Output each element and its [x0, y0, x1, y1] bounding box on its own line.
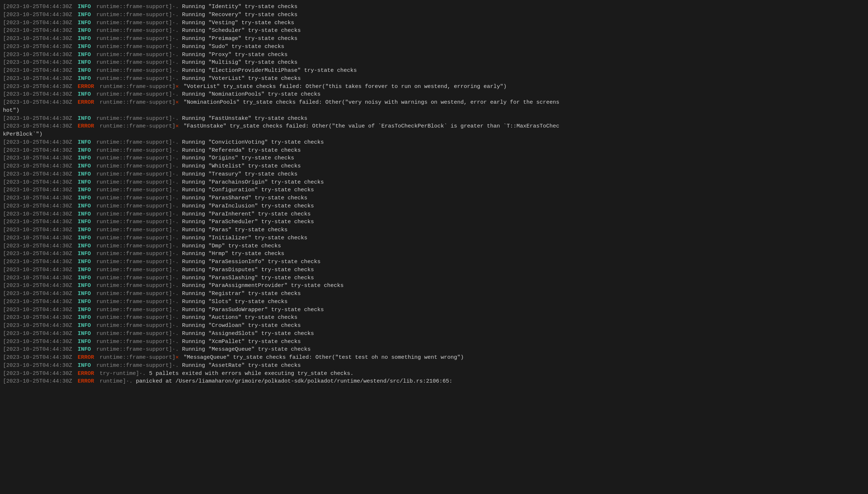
log-message: ·. Running "ParasShared" try-state check…: [172, 194, 865, 202]
log-dot: ·.: [172, 322, 182, 329]
log-line: [2023-10-25T04:44:30Z INFO runtime::fram…: [0, 154, 868, 162]
log-source: runtime::frame-support]: [96, 346, 172, 354]
log-dot: ·.: [172, 163, 182, 169]
log-source: runtime::frame-support]: [96, 330, 172, 338]
log-dot: ·.: [172, 44, 182, 50]
log-source: runtime::frame-support]: [96, 226, 172, 234]
log-timestamp: [2023-10-25T04:44:30Z: [3, 274, 72, 282]
log-dot: ·.: [172, 20, 182, 26]
log-line: [2023-10-25T04:44:30Z INFO runtime::fram…: [0, 242, 868, 250]
log-dot: ·.: [172, 243, 182, 249]
log-message: ·. Running "FastUnstake" try-state check…: [172, 115, 865, 123]
log-line: [2023-10-25T04:44:30Z INFO runtime::fram…: [0, 91, 868, 99]
log-dot: ·.: [172, 346, 182, 353]
log-message: ·. Running "ParasDisputes" try-state che…: [172, 266, 865, 274]
log-level: INFO: [74, 218, 94, 226]
log-timestamp: [2023-10-25T04:44:30Z: [3, 266, 72, 274]
log-line: [2023-10-25T04:44:30Z INFO runtime::fram…: [0, 282, 868, 290]
log-level: ERROR: [74, 377, 97, 386]
log-source: runtime::frame-support]: [96, 139, 172, 147]
log-timestamp: [2023-10-25T04:44:30Z: [3, 11, 72, 19]
log-level: INFO: [74, 35, 94, 43]
error-icon: ✕: [175, 354, 182, 361]
log-line: [2023-10-25T04:44:30Z INFO runtime::fram…: [0, 27, 868, 35]
log-line: [2023-10-25T04:44:30Z INFO runtime::fram…: [0, 362, 868, 370]
log-dot: ·.: [172, 211, 182, 217]
log-line: [2023-10-25T04:44:30Z INFO runtime::fram…: [0, 298, 868, 306]
log-line: [2023-10-25T04:44:30Z INFO runtime::fram…: [0, 139, 868, 147]
log-dot: ·.: [172, 179, 182, 185]
log-timestamp: [2023-10-25T04:44:30Z: [3, 362, 72, 370]
log-message: ·. Running "ParaInclusion" try-state che…: [172, 202, 865, 210]
log-dot: ·.: [172, 219, 182, 225]
log-line: [2023-10-25T04:44:30Z INFO runtime::fram…: [0, 202, 868, 210]
log-timestamp: [2023-10-25T04:44:30Z: [3, 258, 72, 266]
log-timestamp: [2023-10-25T04:44:30Z: [3, 370, 72, 378]
log-dot: ·.: [172, 339, 182, 345]
log-level: ERROR: [74, 122, 97, 130]
log-message: ·. Running "AssignedSlots" try-state che…: [172, 330, 865, 338]
log-level: INFO: [74, 266, 94, 274]
log-level: INFO: [74, 314, 94, 322]
log-source: runtime::frame-support]: [96, 242, 172, 250]
log-message: ·. Running "Paras" try-state checks: [172, 226, 865, 234]
log-dot: ·.: [172, 155, 182, 161]
log-message: ·. Running "ParasSlashing" try-state che…: [172, 274, 865, 282]
log-line: [2023-10-25T04:44:30Z INFO runtime::fram…: [0, 338, 868, 346]
log-line: [2023-10-25T04:44:30Z INFO runtime::fram…: [0, 290, 868, 298]
log-message: ✕ "NominationPools" try_state checks fai…: [175, 99, 865, 107]
log-timestamp: [2023-10-25T04:44:30Z: [3, 210, 72, 218]
log-dot: ·.: [172, 299, 182, 305]
log-line: [2023-10-25T04:44:30Z INFO runtime::fram…: [0, 274, 868, 282]
log-timestamp: [2023-10-25T04:44:30Z: [3, 178, 72, 187]
log-message: ·. Running "ParasSudoWrapper" try-state …: [172, 306, 865, 314]
log-message: ·. Running "Preimage" try-state checks: [172, 35, 865, 43]
log-level: INFO: [74, 194, 94, 202]
log-source: runtime::frame-support]: [96, 218, 172, 226]
log-line: [2023-10-25T04:44:30Z INFO runtime::fram…: [0, 218, 868, 226]
log-source: runtime]: [100, 377, 126, 386]
log-timestamp: [2023-10-25T04:44:30Z: [3, 170, 72, 178]
log-dot: ·.: [172, 331, 182, 337]
log-message: ·. Running "Hrmp" try-state checks: [172, 250, 865, 258]
log-source: runtime::frame-support]: [96, 27, 172, 35]
log-message: ·. Running "Referenda" try-state checks: [172, 147, 865, 155]
log-line: [2023-10-25T04:44:30Z INFO runtime::fram…: [0, 322, 868, 330]
log-message: ·. Running "XcmPallet" try-state checks: [172, 338, 865, 346]
log-timestamp: [2023-10-25T04:44:30Z: [3, 354, 72, 362]
log-source: runtime::frame-support]: [96, 202, 172, 210]
error-icon: ✕: [175, 84, 182, 90]
log-message: ·. Running "Identity" try-state checks: [172, 3, 865, 11]
log-message: ·. Running "Sudo" try-state checks: [172, 43, 865, 51]
log-message: ·. Running "NominationPools" try-state c…: [172, 91, 865, 99]
log-timestamp: [2023-10-25T04:44:30Z: [3, 122, 72, 130]
log-message: ·. Running "ParachainsOrigin" try-state …: [172, 178, 865, 187]
log-source: runtime::frame-support]: [96, 11, 172, 19]
log-level: INFO: [74, 67, 94, 75]
log-line: [2023-10-25T04:44:30Z INFO runtime::fram…: [0, 51, 868, 59]
log-line: [2023-10-25T04:44:30Z ERROR runtime::fra…: [0, 83, 868, 91]
log-line: [2023-10-25T04:44:30Z INFO runtime::fram…: [0, 11, 868, 19]
error-icon: ✕: [175, 99, 182, 106]
log-message: ·. Running "AssetRate" try-state checks: [172, 362, 865, 370]
log-level: ERROR: [74, 99, 97, 107]
log-source: runtime::frame-support]: [96, 170, 172, 178]
log-dot: ·.: [172, 203, 182, 209]
log-dot: ·.: [172, 259, 182, 265]
log-source: runtime::frame-support]: [96, 3, 172, 11]
log-line: [2023-10-25T04:44:30Z INFO runtime::fram…: [0, 346, 868, 354]
log-dot: ·.: [172, 362, 182, 369]
log-source: runtime::frame-support]: [96, 19, 172, 27]
log-message: ✕ "VoterList" try_state checks failed: O…: [175, 83, 865, 91]
log-message: ·. Running "ConvictionVoting" try-state …: [172, 139, 865, 147]
log-line: [2023-10-25T04:44:30Z INFO runtime::fram…: [0, 59, 868, 67]
log-timestamp: [2023-10-25T04:44:30Z: [3, 91, 72, 99]
log-level: INFO: [74, 51, 94, 59]
log-timestamp: [2023-10-25T04:44:30Z: [3, 202, 72, 210]
log-source: runtime::frame-support]: [96, 234, 172, 242]
log-timestamp: [2023-10-25T04:44:30Z: [3, 59, 72, 67]
log-message: ✕ "FastUnstake" try_state checks failed:…: [175, 122, 865, 130]
log-line: [2023-10-25T04:44:30Z INFO runtime::fram…: [0, 234, 868, 242]
log-message: ·. Running "ParaAssignmentProvider" try-…: [172, 282, 865, 290]
log-message: ·. 5 pallets exited with errors while ex…: [139, 370, 865, 378]
